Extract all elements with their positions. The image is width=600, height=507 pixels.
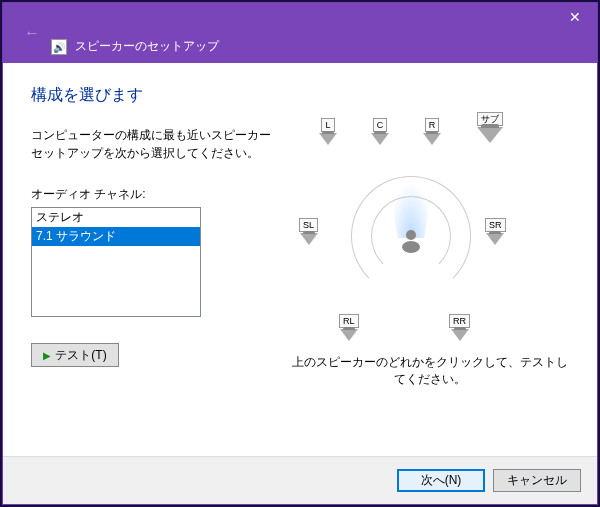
description-text: コンピューターの構成に最も近いスピーカー セットアップを次から選択してください。 — [31, 126, 281, 162]
list-item-stereo[interactable]: ステレオ — [32, 208, 200, 227]
speaker-subwoofer[interactable]: サブ — [477, 112, 503, 143]
content-area: 構成を選びます コンピューターの構成に最も近いスピーカー セットアップを次から選… — [3, 63, 597, 456]
speaker-label-sr: SR — [485, 218, 506, 232]
play-icon: ▶ — [43, 350, 51, 361]
speaker-label-sl: SL — [299, 218, 318, 232]
close-button[interactable]: ✕ — [552, 3, 597, 31]
listener-icon — [397, 226, 425, 254]
footer-bar: 次へ(N) キャンセル — [3, 456, 597, 504]
app-icon: 🔊 — [51, 39, 67, 55]
back-button: ← — [21, 22, 43, 44]
speaker-setup-window: ← 🔊 スピーカーのセットアップ ✕ 構成を選びます コンピューターの構成に最も… — [2, 2, 598, 505]
speaker-rear-left[interactable]: RL — [339, 314, 359, 341]
titlebar: ← 🔊 スピーカーのセットアップ ✕ — [3, 3, 597, 63]
window-title: スピーカーのセットアップ — [75, 38, 219, 55]
test-button-label: テスト(T) — [55, 347, 106, 364]
speaker-right[interactable]: R — [423, 118, 441, 145]
next-button[interactable]: 次へ(N) — [397, 469, 485, 492]
svg-point-1 — [402, 241, 420, 253]
speaker-left[interactable]: L — [319, 118, 337, 145]
speaker-rear-right[interactable]: RR — [449, 314, 470, 341]
speaker-side-left[interactable]: SL — [299, 218, 318, 245]
channel-label: オーディオ チャネル: — [31, 186, 281, 203]
audio-channel-listbox[interactable]: ステレオ 7.1 サラウンド — [31, 207, 201, 317]
speaker-label-rr: RR — [449, 314, 470, 328]
speaker-label-rl: RL — [339, 314, 359, 328]
test-button[interactable]: ▶ テスト(T) — [31, 343, 119, 367]
speaker-label-r: R — [425, 118, 440, 132]
speaker-side-right[interactable]: SR — [485, 218, 506, 245]
speaker-label-l: L — [321, 118, 334, 132]
cancel-button[interactable]: キャンセル — [493, 469, 581, 492]
speaker-center[interactable]: C — [371, 118, 389, 145]
list-item-71-surround[interactable]: 7.1 サラウンド — [32, 227, 200, 246]
page-heading: 構成を選びます — [31, 85, 569, 106]
speaker-diagram: L C R サブ SL SR — [301, 118, 521, 348]
speaker-label-c: C — [373, 118, 388, 132]
svg-point-0 — [406, 230, 416, 240]
diagram-hint: 上のスピーカーのどれかをクリックして、テストしてください。 — [291, 354, 569, 388]
